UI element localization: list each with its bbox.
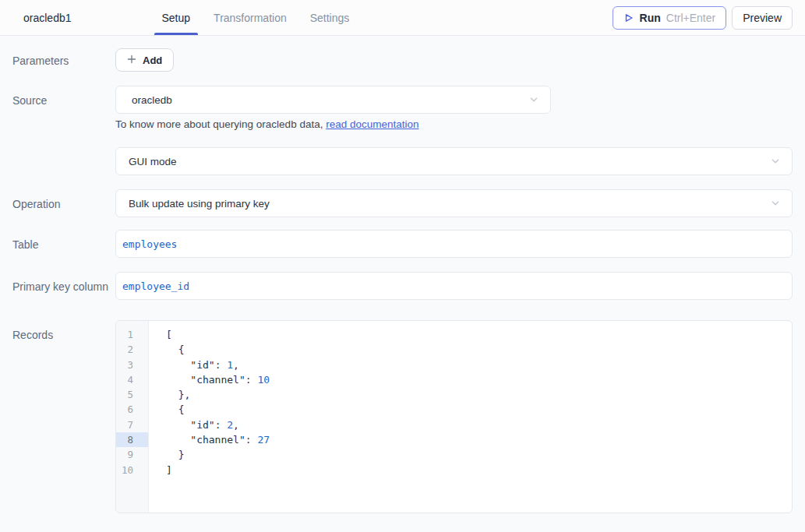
run-button-label: Run bbox=[640, 12, 661, 24]
topbar: oracledb1 SetupTransformationSettings Ru… bbox=[0, 0, 805, 36]
line-number: 7 bbox=[116, 417, 148, 432]
tab-setup[interactable]: Setup bbox=[154, 0, 199, 35]
code-line: ] bbox=[166, 463, 792, 477]
setup-form: Parameters Add Source oracledb bbox=[0, 36, 805, 532]
mode-select[interactable]: GUI mode bbox=[115, 147, 793, 175]
read-documentation-link[interactable]: read documentation bbox=[326, 118, 418, 130]
code-line: }, bbox=[166, 387, 792, 402]
code-line: { bbox=[166, 402, 792, 417]
primary-key-label: Primary key column bbox=[11, 272, 115, 300]
line-number: 10 bbox=[116, 463, 148, 477]
parameters-label: Parameters bbox=[11, 48, 115, 72]
run-button[interactable]: Run Ctrl+Enter bbox=[613, 6, 727, 30]
code-line: "channel": 10 bbox=[166, 372, 792, 387]
run-shortcut: Ctrl+Enter bbox=[666, 12, 715, 24]
chevron-down-icon bbox=[770, 156, 781, 167]
source-select[interactable]: oracledb bbox=[115, 86, 551, 114]
operation-label: Operation bbox=[11, 189, 115, 217]
source-help-text: To know more about querying oracledb dat… bbox=[115, 118, 793, 130]
primary-key-input-value: employee_id bbox=[122, 280, 189, 292]
line-number-gutter: 12345678910 bbox=[116, 321, 149, 513]
tab-settings[interactable]: Settings bbox=[302, 0, 358, 35]
code-line: } bbox=[166, 447, 792, 462]
line-number: 2 bbox=[116, 342, 148, 357]
preview-button[interactable]: Preview bbox=[732, 6, 793, 30]
source-help-prefix: To know more about querying oracledb dat… bbox=[115, 118, 326, 130]
topbar-actions: Run Ctrl+Enter Preview bbox=[613, 6, 793, 30]
code-area: [ { "id": 1, "channel": 10 }, { "id": 2,… bbox=[149, 321, 792, 513]
code-line: "channel": 27 bbox=[166, 432, 792, 447]
table-input-value: employees bbox=[122, 238, 177, 250]
line-number: 5 bbox=[116, 387, 148, 402]
tab-bar: SetupTransformationSettings bbox=[154, 0, 358, 35]
tab-transformation[interactable]: Transformation bbox=[206, 0, 295, 35]
source-select-value: oracledb bbox=[132, 94, 172, 106]
code-line: { bbox=[166, 342, 792, 357]
line-number: 1 bbox=[116, 327, 148, 342]
query-title: oracledb1 bbox=[23, 12, 72, 24]
line-number: 4 bbox=[116, 372, 148, 387]
code-line: "id": 2, bbox=[166, 417, 792, 432]
code-line: [ bbox=[166, 327, 792, 342]
mode-label-spacer bbox=[11, 147, 115, 175]
line-number: 8 bbox=[116, 432, 148, 447]
chevron-down-icon bbox=[770, 198, 781, 209]
line-number: 6 bbox=[116, 402, 148, 417]
query-editor-panel: oracledb1 SetupTransformationSettings Ru… bbox=[0, 0, 805, 532]
table-input[interactable]: employees bbox=[115, 230, 793, 258]
line-number: 9 bbox=[116, 447, 148, 462]
add-parameter-label: Add bbox=[143, 55, 162, 66]
play-icon bbox=[623, 12, 634, 23]
plus-icon bbox=[127, 55, 136, 66]
operation-select[interactable]: Bulk update using primary key bbox=[115, 189, 793, 217]
source-label: Source bbox=[11, 86, 115, 130]
add-parameter-button[interactable]: Add bbox=[115, 48, 174, 72]
records-label: Records bbox=[11, 320, 115, 513]
mode-select-value: GUI mode bbox=[129, 156, 177, 167]
code-line: "id": 1, bbox=[166, 358, 792, 372]
operation-select-value: Bulk update using primary key bbox=[129, 198, 270, 210]
line-number: 3 bbox=[116, 358, 148, 372]
records-code-editor[interactable]: 12345678910 [ { "id": 1, "channel": 10 }… bbox=[115, 320, 793, 513]
table-label: Table bbox=[11, 230, 115, 258]
chevron-down-icon bbox=[528, 94, 539, 105]
primary-key-input[interactable]: employee_id bbox=[115, 272, 793, 300]
